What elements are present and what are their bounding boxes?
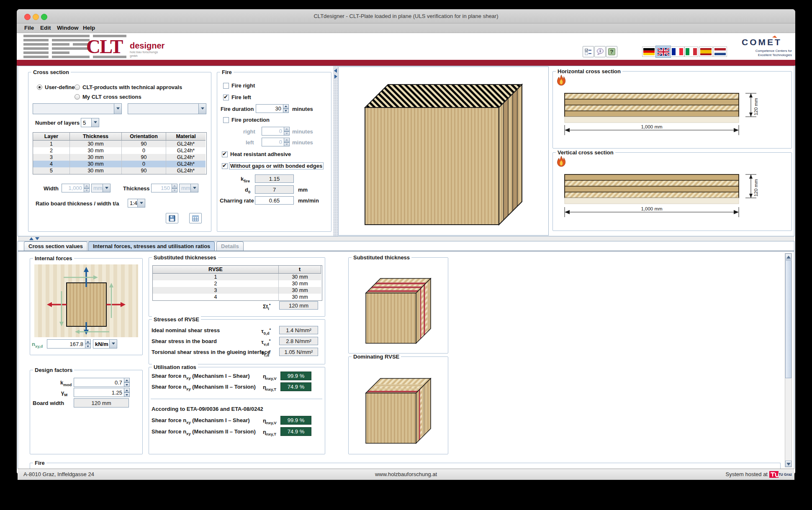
dominating-rvse-title: Dominating RVSE <box>352 354 401 360</box>
fire-side-icon <box>558 75 565 85</box>
help-button[interactable]: ? <box>606 46 617 57</box>
feedback-button[interactable] <box>594 46 606 57</box>
scroll-down-button[interactable] <box>785 461 791 467</box>
width-unit-dropdown[interactable]: mm <box>91 184 110 192</box>
chevron-down-icon[interactable] <box>190 184 198 192</box>
utilisation-badge: 99.9 % <box>280 416 311 425</box>
table-row[interactable]: 230 mm0GL24h* <box>33 147 206 154</box>
fire-side-icon <box>558 156 565 167</box>
thickness-unit-dropdown[interactable]: mm <box>179 184 198 192</box>
split-divider[interactable] <box>333 66 338 236</box>
comet-logo: COMET Competence Centers for Excellent T… <box>742 37 792 57</box>
kmod-spinner[interactable] <box>124 378 130 387</box>
utilisation-title: Utilisation ratios <box>152 364 198 370</box>
nxy-spinner[interactable] <box>85 339 91 349</box>
thickness-field[interactable]: 150 <box>151 184 172 192</box>
layer-table[interactable]: Layer Thickness Orientation Material 130… <box>33 132 207 174</box>
table-row[interactable]: 330 mm <box>153 287 322 294</box>
language-german[interactable] <box>642 46 656 57</box>
table-row[interactable]: 230 mm <box>153 280 322 287</box>
product-type-dropdown[interactable] <box>128 103 206 114</box>
collapse-left-icon[interactable] <box>334 69 337 73</box>
language-spanish[interactable] <box>699 46 713 57</box>
fire-right-checkbox[interactable] <box>223 83 229 89</box>
calculate-button[interactable] <box>189 213 202 223</box>
spanish-flag-icon <box>700 48 712 55</box>
protection-left-field[interactable]: 0 <box>262 138 284 146</box>
product-family-dropdown[interactable] <box>33 103 122 114</box>
chevron-down-icon[interactable] <box>114 104 121 114</box>
thickness-spinner[interactable] <box>172 184 177 192</box>
radio-user-defined[interactable] <box>37 85 42 90</box>
radio-clt-products[interactable] <box>75 85 80 90</box>
language-english[interactable] <box>655 46 671 58</box>
tab-details[interactable]: Details <box>216 241 244 251</box>
nxy-field[interactable]: 167.8 <box>47 339 85 349</box>
chevron-down-icon[interactable] <box>137 199 145 207</box>
menu-window[interactable]: Window <box>54 23 81 33</box>
width-field[interactable]: 1,000 <box>62 184 84 192</box>
tab-internal-forces[interactable]: Internal forces, stresses and utilisatio… <box>88 241 215 251</box>
table-row[interactable]: 130 mm90GL24h* <box>33 141 206 147</box>
chevron-down-icon[interactable] <box>103 184 110 192</box>
dominating-rvse-cube <box>355 363 441 448</box>
table-row[interactable]: 430 mm <box>153 294 322 300</box>
table-row[interactable]: 130 mm <box>153 274 322 280</box>
rvse-table[interactable]: RVSE ti* 130 mm 230 mm 330 mm 430 mm <box>152 265 322 301</box>
stresses-group: Stresses of RVSE Ideal nominal shear str… <box>149 319 325 364</box>
scroll-up-button[interactable] <box>785 254 791 260</box>
number-of-layers-dropdown[interactable]: 5 <box>81 118 99 127</box>
heat-resistant-label: Heat resistant adhesive <box>230 151 291 157</box>
number-of-layers-label: Number of layers <box>35 120 80 126</box>
menu-file[interactable]: File <box>22 23 36 33</box>
menu-edit[interactable]: Edit <box>38 23 54 33</box>
fire-left-label: Fire left <box>231 94 251 100</box>
fire-protection-checkbox[interactable] <box>223 117 229 123</box>
protection-right-field[interactable]: 0 <box>262 127 284 136</box>
horizontal-splitter[interactable] <box>18 236 794 241</box>
plate-3d-view <box>338 67 549 236</box>
nxy-unit-dropdown[interactable]: kN/m <box>93 339 117 349</box>
chevron-down-icon[interactable] <box>198 104 206 114</box>
width-spinner[interactable] <box>84 184 90 192</box>
protection-right-spinner[interactable] <box>284 127 290 136</box>
fire-duration-spinner[interactable] <box>283 104 289 113</box>
fire-duration-field[interactable]: 30 <box>256 104 283 113</box>
horizontal-cross-section-drawing: 120 mm 1,000 mm <box>553 72 791 147</box>
table-row[interactable]: 530 mm90GL24h* <box>33 167 206 174</box>
vertical-scrollbar[interactable] <box>785 253 792 467</box>
language-dutch[interactable] <box>713 46 727 57</box>
eta-symbol: ηnxy,T <box>263 384 276 392</box>
fire-left-checkbox[interactable] <box>223 95 229 100</box>
gamma-field[interactable]: 1.25 <box>74 388 124 397</box>
radio-my-clt[interactable] <box>75 94 80 100</box>
expand-right-icon[interactable] <box>334 74 337 79</box>
language-italian[interactable] <box>684 46 698 57</box>
red-accent-band <box>17 60 795 66</box>
col-ti: ti* <box>279 266 321 274</box>
logo-designer-text: designer <box>130 41 164 50</box>
tab-cross-section-values[interactable]: Cross section values <box>24 241 87 251</box>
charring-rate-field[interactable]: 0.65 <box>255 196 294 205</box>
ratio-label: Ratio board thickness / width t/a <box>36 200 119 207</box>
chevron-down-icon[interactable] <box>109 340 117 348</box>
language-french[interactable] <box>671 46 684 57</box>
gamma-spinner[interactable] <box>124 388 130 397</box>
collapse-up-icon[interactable] <box>29 237 33 240</box>
ratio-dropdown[interactable]: 1:4 <box>128 199 145 208</box>
table-row[interactable]: 330 mm90GL24h* <box>33 154 206 161</box>
without-gaps-checkbox[interactable] <box>222 163 228 169</box>
menu-help[interactable]: Help <box>80 23 98 33</box>
title-bar[interactable]: CLTdesigner - CLT-Plate loaded in plane … <box>17 9 795 23</box>
protection-left-spinner[interactable] <box>284 138 290 146</box>
chevron-down-icon[interactable] <box>91 118 99 127</box>
save-button[interactable] <box>166 213 178 223</box>
collap se-down-icon[interactable] <box>35 237 39 240</box>
options-button[interactable] <box>583 46 594 57</box>
col-orientation: Orientation <box>122 133 166 141</box>
heat-resistant-checkbox[interactable] <box>222 151 228 157</box>
kmod-field[interactable]: 0.7 <box>74 378 124 387</box>
table-row-selected[interactable]: 430 mm0GL24h* <box>33 161 206 167</box>
scrollbar-thumb[interactable] <box>785 260 791 378</box>
fire-group: Fire Fire right Fire left Fire duration … <box>217 72 331 232</box>
